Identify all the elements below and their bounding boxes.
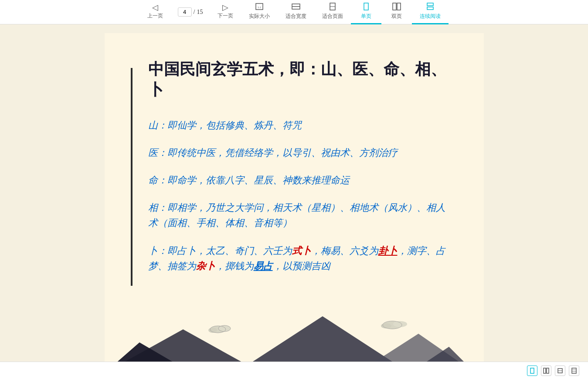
- yi-text: 医：即传统中医，凭借经络学，以导引、祝由术、方剂治疗: [148, 147, 398, 158]
- bu-text-before: 卜：即占卜，太乙、奇门、六壬为: [148, 245, 292, 256]
- double-page-icon: [392, 3, 401, 12]
- next-label: 下一页: [218, 12, 233, 20]
- next-icon: ▷: [222, 3, 228, 11]
- page-number-input[interactable]: [178, 7, 192, 17]
- double-label: 双页: [391, 13, 402, 20]
- svg-rect-9: [427, 3, 433, 6]
- page-total: 15: [197, 9, 203, 16]
- svg-text:1:1: 1:1: [258, 6, 262, 9]
- svg-rect-6: [364, 3, 368, 10]
- page-title: 中国民间玄学五术，即：山、医、命、相、卜: [148, 59, 449, 100]
- bu-highlight2: 卦卜: [378, 245, 398, 256]
- svg-point-22: [393, 321, 407, 327]
- prev-label: 上一页: [147, 12, 163, 20]
- double-page-button[interactable]: 双页: [381, 0, 412, 24]
- bottom-double-icon[interactable]: [541, 365, 551, 376]
- svg-rect-10: [427, 7, 433, 10]
- bottom-toolbar: [0, 362, 588, 379]
- continuous-icon: [426, 3, 435, 12]
- content-item-ming: 命：即命学，依靠八字、星辰、神数来推理命运: [148, 173, 449, 188]
- fit-width-icon: [292, 3, 300, 12]
- svg-rect-8: [397, 3, 401, 10]
- bottom-expand-icon[interactable]: [569, 365, 579, 376]
- svg-rect-26: [544, 368, 546, 373]
- single-page-icon: [362, 3, 370, 12]
- continuous-label: 连续阅读: [420, 13, 441, 20]
- toolbar: ◁ 上一页 / 15 ▷ 下一页 1:1 实际大小 适合宽度: [0, 0, 588, 24]
- single-label: 单页: [361, 13, 371, 20]
- single-page-button[interactable]: 单页: [351, 0, 381, 24]
- bu-text-after: ，以预测吉凶: [273, 261, 330, 271]
- prev-icon: ◁: [152, 3, 158, 11]
- page-container: 中国民间玄学五术，即：山、医、命、相、卜 山：即仙学，包括修典、炼丹、符咒 医：…: [105, 33, 484, 362]
- content-item-xiang: 相：即相学，乃世之大学问，相天术（星相）、相地术（风水）、相人术（面相、手相、体…: [148, 200, 449, 230]
- svg-point-23: [381, 323, 391, 328]
- fit-page-icon: [328, 3, 337, 12]
- bu-highlight1: 式卜: [292, 245, 311, 256]
- shan-text: 山：即仙学，包括修典、炼丹、符咒: [148, 120, 302, 131]
- fit-width-button[interactable]: 适合宽度: [278, 0, 314, 24]
- page-separator: /: [194, 9, 195, 16]
- bu-highlight4: 易占: [254, 261, 273, 271]
- svg-rect-27: [547, 368, 549, 373]
- content-item-shan: 山：即仙学，包括修典、炼丹、符咒: [148, 118, 449, 133]
- prev-page-button[interactable]: ◁ 上一页: [139, 0, 171, 24]
- svg-rect-7: [393, 3, 396, 10]
- continuous-read-button[interactable]: 连续阅读: [412, 0, 449, 24]
- bu-text-mid1: ，梅易、六爻为: [311, 245, 378, 256]
- next-page-button[interactable]: ▷ 下一页: [210, 0, 241, 24]
- actual-size-label: 实际大小: [249, 13, 270, 20]
- content-item-yi: 医：即传统中医，凭借经络学，以导引、祝由术、方剂治疗: [148, 145, 449, 160]
- fit-width-label: 适合宽度: [286, 13, 306, 20]
- fit-page-label: 适合页面: [322, 13, 343, 20]
- fit-page-button[interactable]: 适合页面: [314, 0, 351, 24]
- bottom-fit-icon[interactable]: [555, 365, 565, 376]
- bu-highlight3: 杂卜: [196, 261, 215, 271]
- content-item-bu: 卜：即占卜，太乙、奇门、六壬为式卜，梅易、六爻为卦卜，测字、占梦、抽签为杂卜，掷…: [148, 243, 449, 274]
- bu-text-mid3: ，掷钱为: [215, 261, 254, 271]
- main-content: 中国民间玄学五术，即：山、医、命、相、卜 山：即仙学，包括修典、炼丹、符咒 医：…: [0, 24, 588, 362]
- xiang-text: 相：即相学，乃世之大学问，相天术（星相）、相地术（风水）、相人术（面相、手相、体…: [148, 202, 445, 228]
- page-number-display: / 15: [171, 0, 210, 24]
- actual-size-icon: 1:1: [255, 3, 264, 12]
- svg-rect-25: [530, 368, 534, 373]
- mountain-illustration: [105, 303, 484, 362]
- ming-text: 命：即命学，依靠八字、星辰、神数来推理命运: [148, 175, 350, 186]
- bottom-single-icon[interactable]: [527, 365, 537, 376]
- svg-rect-30: [572, 368, 576, 373]
- actual-size-button[interactable]: 1:1 实际大小: [241, 0, 278, 24]
